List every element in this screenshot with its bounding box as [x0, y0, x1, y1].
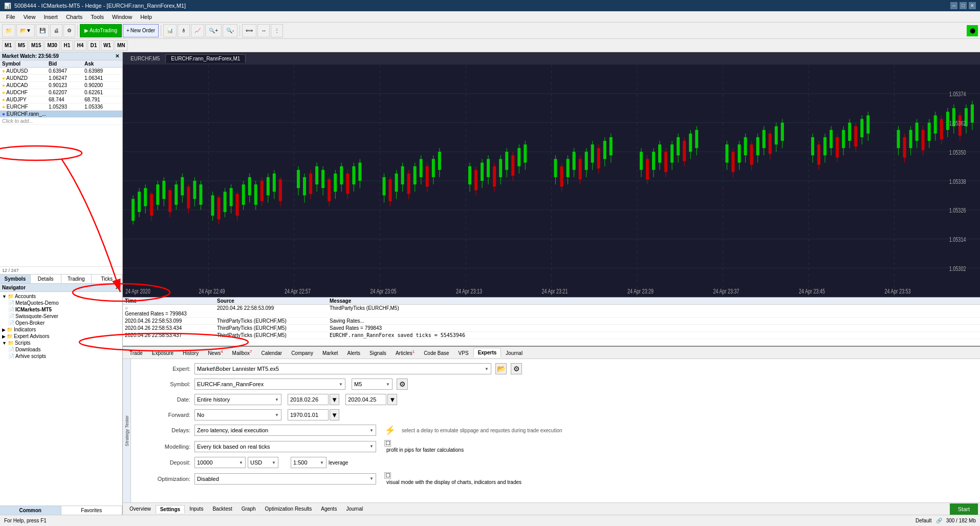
tf-mn[interactable]: MN: [115, 40, 128, 51]
nav-tab-favorites[interactable]: Favorites: [61, 506, 123, 515]
log-row-3[interactable]: 2020.04.26 22:58:53.434 ThirdPartyTicks …: [123, 325, 980, 332]
st-deposit-dropdown[interactable]: 10000 ▼: [194, 457, 246, 468]
st-date-from-picker[interactable]: ▼: [330, 394, 339, 405]
mw-row-audnzd[interactable]: ● AUDNZD 1.06247 1.06341: [0, 75, 122, 82]
st-leverage-dropdown[interactable]: 1:500 ▼: [291, 457, 326, 468]
zoom-in-btn[interactable]: 🔍+: [205, 24, 222, 37]
settings-btn[interactable]: ⚙: [63, 24, 75, 37]
tab-history[interactable]: History: [178, 348, 203, 357]
st-expert-dropdown[interactable]: Market\Bober Lannister MT5.ex5 ▼: [194, 363, 491, 374]
st-delays-dropdown[interactable]: Zero latency, ideal execution ▼: [194, 425, 376, 436]
nav-item-scripts[interactable]: ▼ 📁 Scripts: [1, 340, 121, 346]
st-date-from-input[interactable]: [288, 394, 329, 405]
st-date-to-input[interactable]: [345, 394, 386, 405]
tab-articles[interactable]: Articles1: [391, 347, 419, 357]
tab-mailbox[interactable]: Mailbox7: [228, 347, 257, 357]
tf-m30[interactable]: M30: [45, 40, 59, 51]
st-tab-agents[interactable]: Agents: [316, 504, 341, 513]
st-modelling-dropdown[interactable]: Every tick based on real ticks ▼: [194, 441, 376, 452]
mw-tab-trading[interactable]: Trading: [61, 275, 92, 283]
open-btn[interactable]: 📂▼: [16, 24, 35, 37]
nav-item-experts[interactable]: ▶ 📁 Expert Advisors: [1, 333, 121, 340]
tab-trade[interactable]: Trade: [125, 348, 147, 357]
chart-tab-eurchf-rann[interactable]: EURCHF.rann_RannForex,M1: [165, 54, 246, 63]
st-forward-dropdown[interactable]: No ▼: [194, 409, 281, 420]
candle-btn[interactable]: 🕯: [178, 24, 190, 37]
tab-calendar[interactable]: Calendar: [257, 348, 287, 357]
menu-tools[interactable]: Tools: [86, 13, 108, 21]
tf-h4[interactable]: H4: [74, 40, 86, 51]
nav-item-icmarkets[interactable]: 📄 ICMarkets-MT5: [7, 306, 121, 313]
start-button[interactable]: Start: [950, 503, 978, 515]
bar-chart-btn[interactable]: 📊: [163, 24, 177, 37]
st-expert-settings-btn[interactable]: ⚙: [511, 363, 522, 374]
properties-btn[interactable]: ⋮: [271, 24, 283, 37]
mw-row-eurchf[interactable]: ● EURCHF 1.05293 1.05336: [0, 103, 122, 111]
menu-charts[interactable]: Charts: [62, 13, 86, 21]
st-date-to-picker[interactable]: ▼: [387, 394, 397, 405]
tab-codebase[interactable]: Code Base: [419, 348, 453, 357]
mw-row-audchf[interactable]: ● AUDCHF 0.62207 0.62261: [0, 89, 122, 96]
tf-m15[interactable]: M15: [29, 40, 43, 51]
chart-area[interactable]: 1.05374 1.05362 1.05350 1.05338 1.05326 …: [123, 65, 980, 297]
st-tab-settings[interactable]: Settings: [156, 505, 185, 513]
menu-help[interactable]: Help: [136, 13, 156, 21]
nav-item-openbroker[interactable]: 📄 Open-Broker: [7, 320, 121, 326]
tab-company[interactable]: Company: [287, 348, 318, 357]
tab-signals[interactable]: Signals: [365, 348, 391, 357]
nav-item-downloads[interactable]: 📄 Downloads: [7, 346, 121, 353]
strategy-tester-sidebar[interactable]: Strategy Tester: [123, 359, 131, 502]
neworder-btn[interactable]: + New Order: [123, 24, 159, 37]
print-btn[interactable]: 🖨: [50, 24, 62, 37]
menu-view[interactable]: View: [19, 13, 40, 21]
nav-item-accounts[interactable]: ▼ 📁 Accounts: [1, 293, 121, 300]
tab-exposure[interactable]: Exposure: [147, 348, 178, 357]
mw-tab-details[interactable]: Details: [31, 275, 61, 283]
st-tab-backtest[interactable]: Backtest: [208, 504, 236, 513]
tf-d1[interactable]: D1: [88, 40, 100, 51]
new-chart-btn[interactable]: 📁: [2, 24, 15, 37]
tab-journal[interactable]: Journal: [501, 348, 527, 357]
tf-w1[interactable]: W1: [101, 40, 114, 51]
mw-row-audusd[interactable]: ● AUDUSD 0.63947 0.63989: [0, 68, 122, 75]
save-btn[interactable]: 💾: [36, 24, 49, 37]
st-symbol-dropdown[interactable]: EURCHF.rann_RannForex ▼: [194, 378, 345, 390]
menu-file[interactable]: File: [2, 13, 19, 21]
st-tab-graph[interactable]: Graph: [237, 504, 260, 513]
st-tab-optimization-results[interactable]: Optimization Results: [260, 504, 317, 513]
nav-tab-common[interactable]: Common: [0, 506, 61, 515]
st-profit-pips-checkbox[interactable]: ☐: [384, 440, 391, 447]
st-forward-date-input[interactable]: [288, 409, 329, 420]
chart-tab-eurchf-m5[interactable]: EURCHF,M5: [125, 54, 165, 63]
mw-row-add[interactable]: Click to add...: [0, 118, 122, 125]
menu-insert[interactable]: Insert: [39, 13, 62, 21]
st-symbol-settings-btn[interactable]: ⚙: [397, 378, 408, 390]
minimize-button[interactable]: ─: [950, 2, 957, 9]
log-row-2[interactable]: 2020.04.26 22:58:53.099 ThirdPartyTicks …: [123, 318, 980, 325]
mw-row-eurchf-rann[interactable]: ● EURCHF.rann_...: [0, 111, 122, 118]
scroll-btn[interactable]: ⟺: [242, 24, 256, 37]
autoscroll-btn[interactable]: ↔: [257, 24, 270, 37]
tab-vps[interactable]: VPS: [454, 348, 473, 357]
nav-item-swissquote[interactable]: 📄 Swissquote-Server: [7, 313, 121, 320]
nav-item-archive[interactable]: 📄 Arhive scripts: [7, 353, 121, 360]
autotrade-btn[interactable]: ▶ AutoTrading: [80, 24, 122, 37]
zoom-out-btn[interactable]: 🔍-: [223, 24, 237, 37]
mw-row-audcad[interactable]: ● AUDCAD 0.90123 0.90200: [0, 82, 122, 89]
st-optimization-dropdown[interactable]: Disabled ▼: [194, 473, 376, 485]
mw-row-audjpy[interactable]: ● AUDJPY 68.744 68.791: [0, 96, 122, 103]
nav-item-metaquotes[interactable]: 📄 MetaQuotes-Demo: [7, 300, 121, 306]
st-currency-dropdown[interactable]: USD ▼: [248, 457, 278, 468]
st-tab-overview[interactable]: Overview: [125, 504, 156, 513]
log-row-4[interactable]: 2020.04.26 22:58:53.437 ThirdPartyTicks …: [123, 332, 980, 339]
tf-h1[interactable]: H1: [61, 40, 73, 51]
delays-hint-icon[interactable]: ⚡: [384, 425, 396, 436]
log-row-1[interactable]: ○ 2020.04.26 22:58:53.099 ThirdPartyTick…: [123, 305, 980, 318]
tab-market[interactable]: Market: [318, 348, 343, 357]
st-visual-mode-checkbox[interactable]: ☐: [384, 472, 391, 479]
nav-item-indicators[interactable]: ▶ 📁 Indicators: [1, 326, 121, 333]
market-watch-close[interactable]: ✕: [114, 53, 120, 59]
tf-m5[interactable]: M5: [15, 40, 28, 51]
st-tab-journal[interactable]: Journal: [341, 504, 367, 513]
tab-alerts[interactable]: Alerts: [343, 348, 365, 357]
